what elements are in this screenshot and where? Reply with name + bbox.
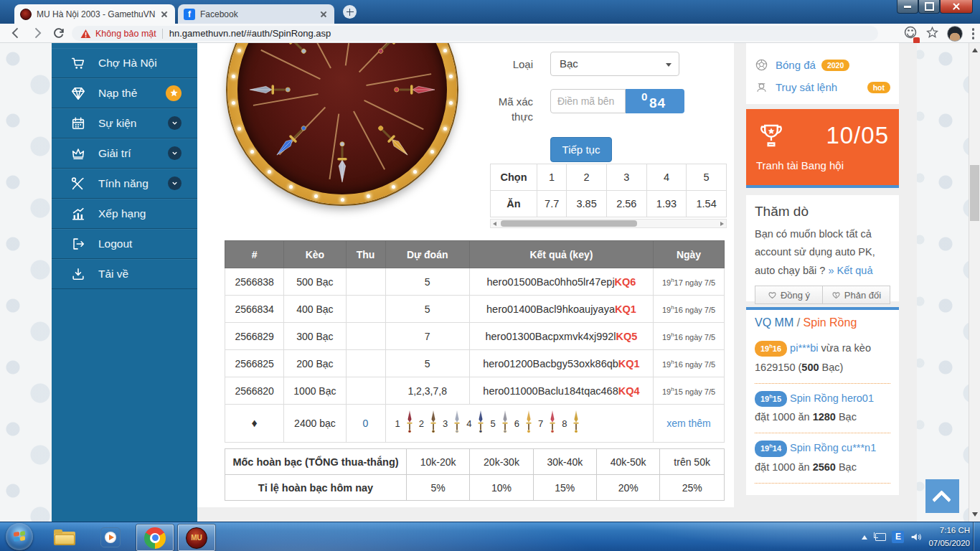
feed-user-link[interactable]: pi***bi — [790, 342, 819, 354]
odds-cell[interactable]: 2.56 — [606, 191, 646, 217]
captcha-input[interactable] — [550, 89, 626, 113]
back-icon[interactable] — [9, 26, 23, 40]
window-controls — [897, 0, 973, 14]
link-bongda[interactable]: Bóng đá — [776, 59, 816, 71]
maximize-button[interactable] — [918, 0, 940, 14]
scroll-left-icon[interactable] — [493, 222, 496, 226]
sidebar-item-logout[interactable]: Logout — [52, 229, 197, 259]
security-warning: Không bảo mật — [95, 29, 156, 39]
history-header-cell: Ngày — [653, 241, 724, 268]
mu-game-taskbar-button[interactable]: MU — [178, 524, 215, 551]
show-desktop-button[interactable] — [973, 522, 980, 551]
weapon-number: 4 — [466, 418, 471, 429]
refund-cell: trên 50k — [660, 449, 725, 475]
time-badge: 19h15 — [755, 391, 787, 407]
sidebar-item-tinh-nang[interactable]: Tính năng — [52, 169, 197, 199]
network-icon[interactable] — [874, 532, 885, 542]
feed-item: 19h15Spin Rồng hero01 đặt 1000 ăn 1280 B… — [755, 384, 890, 434]
sidebar-item-nap-the[interactable]: Nạp thẻ — [52, 78, 197, 108]
scroll-to-top-button[interactable] — [925, 479, 959, 513]
browser-tab-mu[interactable]: MU Hà Nội 2003 - GamethuVN.n — [14, 4, 175, 24]
odds-cell[interactable]: 7.7 — [537, 191, 567, 217]
spin-wheel[interactable] — [227, 43, 457, 204]
badge-2020: 2020 — [821, 60, 849, 71]
poll-result-link[interactable]: » Kết quả — [828, 265, 872, 276]
scrollbar-thumb[interactable] — [970, 165, 979, 221]
forward-icon[interactable] — [30, 26, 44, 40]
link-row-truysat[interactable]: Truy sát lệnh hot — [755, 76, 890, 98]
taskbar-clock[interactable]: 7:16 CH 07/05/2020 — [928, 524, 970, 550]
history-row: 2566825 200 Bạc 5 hero01200Bacbgy53oxk86… — [225, 350, 725, 377]
tray-expand-icon[interactable] — [862, 535, 867, 540]
new-tab-button[interactable] — [343, 5, 357, 19]
sidebar-item-xep-hang[interactable]: Xếp hạng — [52, 199, 197, 229]
start-button[interactable] — [6, 523, 33, 550]
scroll-up-icon[interactable] — [972, 48, 978, 52]
bookmark-star-icon[interactable] — [925, 26, 939, 42]
disagree-button[interactable]: Phản đối — [823, 286, 890, 304]
profile-avatar[interactable] — [947, 26, 963, 42]
tab-close-icon[interactable] — [319, 9, 329, 19]
extension-icon[interactable] — [903, 25, 918, 42]
feed-tab-vqmm[interactable]: VQ MM — [755, 316, 793, 329]
odds-cell[interactable]: 3.85 — [567, 191, 607, 217]
feed-tab-spinrong[interactable]: Spin Rồng — [804, 316, 857, 329]
odds-cell[interactable]: 1 — [537, 164, 567, 191]
odds-cell[interactable]: 4 — [646, 164, 687, 191]
sidebar-item-su-kien[interactable]: Sự kiện — [52, 108, 197, 138]
url-text: hn.gamethuvn.net/#auth/SpinRong.asp — [169, 28, 331, 39]
sidebar-item-cho-ha-noi[interactable]: Chợ Hà Nội — [52, 48, 197, 78]
chevron-down-icon — [168, 176, 182, 190]
minimize-button[interactable] — [897, 0, 918, 14]
continue-button[interactable]: Tiếp tục — [550, 137, 612, 162]
tab-title: MU Hà Nội 2003 - GamethuVN.n — [37, 9, 155, 19]
type-select[interactable]: Bạc — [550, 52, 679, 76]
red-staff-icon — [387, 82, 435, 98]
refund-cell: Tỉ lệ hoàn bạc hôm nay — [225, 475, 407, 501]
silver-axe-icon — [250, 82, 297, 98]
odds-cell[interactable]: 1.54 — [687, 191, 727, 217]
explorer-icon[interactable] — [50, 525, 79, 549]
media-player-icon[interactable] — [96, 525, 125, 549]
odds-cell[interactable]: 1.93 — [646, 191, 687, 217]
link-row-bongda[interactable]: Bóng đá 2020 — [755, 54, 890, 76]
feed-user-link[interactable]: Spin Rồng hero01 — [790, 392, 874, 404]
odds-cell[interactable]: 5 — [687, 164, 727, 191]
browser-tab-facebook[interactable]: f Facebook — [178, 4, 334, 24]
event-card[interactable]: 10/05 Tranh tài Bang hội — [746, 109, 899, 188]
see-more-link[interactable]: xem thêm — [666, 418, 710, 429]
sidebar-item-giai-tri[interactable]: Giải trí — [52, 138, 197, 169]
volume-icon[interactable] — [910, 532, 922, 542]
refresh-icon[interactable] — [52, 26, 66, 40]
odds-cell[interactable]: 3 — [606, 164, 646, 191]
browser-menu-icon[interactable] — [971, 27, 976, 41]
cell-id: 2566834 — [225, 296, 284, 323]
weapon-number: 5 — [490, 418, 495, 429]
close-button[interactable] — [940, 0, 973, 14]
prize-weapon-icon — [405, 410, 414, 437]
wheel-light-dot — [232, 101, 235, 105]
refund-cell: 30k-40k — [533, 449, 596, 475]
scroll-down-icon[interactable] — [972, 512, 978, 517]
tray-time: 7:16 CH — [940, 526, 970, 534]
tab-close-icon[interactable] — [159, 9, 169, 19]
odds-cell[interactable]: 2 — [567, 164, 607, 191]
prize-weapon-icon — [572, 410, 580, 437]
scroll-right-icon[interactable] — [720, 222, 724, 226]
chrome-taskbar-button[interactable] — [136, 524, 174, 551]
sidebar-item-tai-ve[interactable]: Tải về — [52, 259, 197, 289]
cell-keo: 200 Bạc — [284, 350, 346, 377]
agree-button[interactable]: Đồng ý — [755, 286, 823, 304]
refund-cell: 40k-50k — [596, 449, 659, 475]
cell-more: xem thêm — [653, 405, 724, 443]
ie-tray-icon[interactable]: E — [892, 531, 904, 543]
cell-dudoan: 5 — [385, 350, 469, 377]
odds-horizontal-scrollbar[interactable] — [490, 219, 727, 228]
url-bar[interactable]: Không bảo mật hn.gamethuvn.net/#auth/Spi… — [72, 26, 878, 41]
scrollbar-thumb[interactable] — [501, 220, 637, 227]
browser-scrollbar[interactable] — [969, 43, 980, 522]
cell-keo: 300 Bạc — [284, 323, 346, 350]
cell-key: hero01300Bacpxmvk4xj992lKQ5 — [469, 323, 653, 350]
link-truysatlenh[interactable]: Truy sát lệnh — [776, 81, 837, 93]
feed-user-link[interactable]: Spin Rồng cu***n1 — [790, 442, 876, 453]
